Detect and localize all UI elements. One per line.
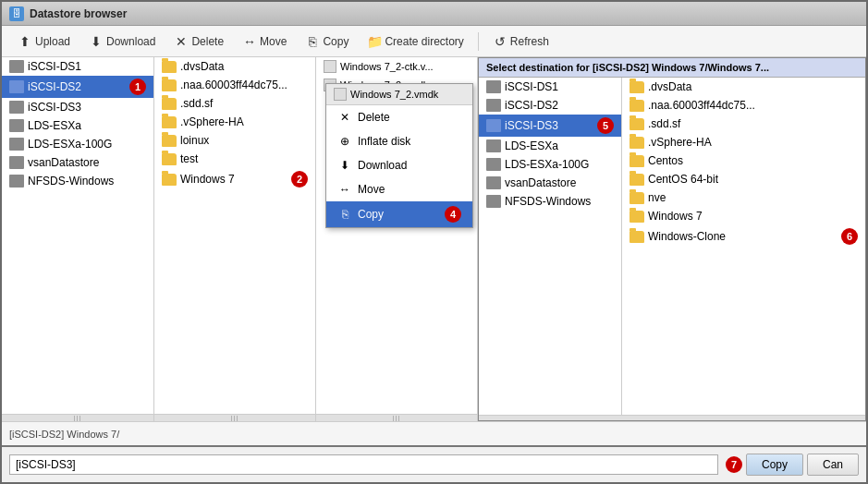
refresh-button[interactable]: ↺ Refresh [484,30,557,53]
status-bar: [iSCSI-DS2] Windows 7/ [2,421,866,445]
dest-ds-vsan[interactable]: vsanDatastore [479,174,621,192]
folder-test[interactable]: test [154,150,315,168]
dest-ds-iscsi1[interactable]: iSCSI-DS1 [479,78,621,96]
dest-folder-centos64[interactable]: CentOS 64-bit [622,170,865,188]
status-text: [iSCSI-DS2] Windows 7/ [9,429,119,440]
folder-icon [162,135,177,147]
datastore-icon [486,176,501,189]
ctx-download[interactable]: ⬇ Download [326,153,472,177]
upload-button[interactable]: ⬆ Upload [9,30,79,53]
dest-ds-lds-esxa[interactable]: LDS-ESXa [479,137,621,155]
dest-folder-sdd[interactable]: .sdd.sf [622,115,865,133]
context-menu-title: Windows 7_2.vmdk [350,89,438,100]
folder-icon [630,118,644,130]
dest-ds-lds-100g[interactable]: LDS-ESXa-100G [479,155,621,174]
folder-windows7[interactable]: Windows 7 2 [154,168,315,190]
download-icon: ⬇ [89,34,104,49]
inflate-icon: ⊕ [337,134,352,149]
folder-icon [162,61,177,73]
resize-handle-2[interactable]: ||| [154,414,315,421]
file-ctk1[interactable]: Windows 7_2-ctk.v... [316,57,478,76]
cancel-dialog-button[interactable]: Can [807,454,859,476]
dest-ds-iscsi3[interactable]: iSCSI-DS3 5 [479,115,621,137]
resize-handle-1[interactable]: ||| [2,414,153,421]
folder-icon [630,231,644,243]
ctx-copy[interactable]: ⎘ Copy 4 [326,201,472,227]
datastore-icon [9,119,24,132]
folder-icon [630,192,644,204]
dest-folder-vsphere[interactable]: .vSphere-HA [622,133,865,151]
move-icon: ↔ [337,182,352,197]
datastore-icon [486,139,501,152]
dest-ds-nfsds[interactable]: NFSDS-Windows [479,192,621,211]
copy-button[interactable]: ⎘ Copy [297,30,357,53]
ctx-move[interactable]: ↔ Move [326,177,472,201]
datastore-icon [9,175,24,188]
dest-ds-iscsi2[interactable]: iSCSI-DS2 [479,96,621,115]
ds-item-lds-esxa[interactable]: LDS-ESXa [2,116,153,135]
folder-naa[interactable]: .naa.60003ff44dc75... [154,76,315,94]
datastore-icon [486,195,501,208]
datastore-icon [486,80,501,93]
ds-item-vsan[interactable]: vsanDatastore [2,153,153,172]
folder-icon [162,79,177,91]
vmdk-icon [324,60,336,73]
ds-item-iscsi-ds2[interactable]: iSCSI-DS2 1 [2,76,153,98]
ds-item-iscsi-ds3[interactable]: iSCSI-DS3 [2,98,153,116]
dest-folder-dvsdata[interactable]: .dvsData [622,78,865,96]
copy-dialog-button[interactable]: Copy [746,454,803,476]
toolbar-separator [478,32,479,51]
ctx-delete[interactable]: ✕ Delete [326,105,472,129]
datastore-panel: iSCSI-DS1 iSCSI-DS2 1 iSCSI-DS3 [2,57,154,414]
context-menu: Windows 7_2.vmdk ✕ Delete ⊕ Inflate disk… [325,83,473,228]
folder-icon [162,98,177,110]
datastore-icon [486,119,501,132]
ds-item-iscsi-ds1[interactable]: iSCSI-DS1 [2,57,153,76]
toolbar: ⬆ Upload ⬇ Download ✕ Delete ↔ Move ⎘ Co… [2,26,866,57]
folder-dvsdata[interactable]: .dvsData [154,57,315,76]
folder-vsphere[interactable]: .vSphere-HA [154,113,315,131]
delete-icon: ✕ [337,110,352,125]
folder-icon [630,174,644,186]
dest-folder-naa[interactable]: .naa.60003ff44dc75... [622,96,865,115]
badge-6: 6 [841,228,858,245]
ds-item-lds-esxa-100g[interactable]: LDS-ESXa-100G [2,135,153,153]
dest-folder-centos[interactable]: Centos [622,151,865,170]
download-button[interactable]: ⬇ Download [80,30,164,53]
ctx-inflate[interactable]: ⊕ Inflate disk [326,129,472,153]
folder-icon [630,137,644,149]
dest-folder-winclone[interactable]: Windows-Clone 6 [622,225,865,248]
copy-icon: ⎘ [305,34,320,49]
window-title: Datastore browser [30,7,127,20]
badge-5: 5 [597,117,614,134]
folder-icon [162,116,177,128]
main-content: iSCSI-DS1 iSCSI-DS2 1 iSCSI-DS3 [2,57,866,482]
datastore-browser-window: 🗄 Datastore browser ⬆ Upload ⬇ Download … [0,0,868,484]
move-button[interactable]: ↔ Move [234,30,295,53]
folder-panel: .dvsData .naa.60003ff44dc75... .sdd.sf .… [154,57,316,414]
folder-icon [630,100,644,112]
ds-item-nfsds[interactable]: NFSDS-Windows [2,172,153,190]
destination-input[interactable] [9,454,718,475]
datastore-icon [486,158,501,171]
copy-icon: ⎘ [337,207,352,222]
vmdk-icon [334,88,347,101]
dest-folder-win7[interactable]: Windows 7 [622,207,865,225]
datastore-icon [486,99,501,112]
destination-overlay: Select destination for [iSCSI-DS2] Windo… [478,57,866,421]
badge-1: 1 [129,79,146,95]
folder-icon [630,211,644,223]
create-dir-button[interactable]: 📁 Create directory [359,30,471,53]
folder-icon [162,153,177,165]
folder-loinux[interactable]: loinux [154,131,315,150]
refresh-icon: ↺ [493,34,507,49]
badge-4: 4 [445,206,461,223]
title-bar: 🗄 Datastore browser [2,2,866,26]
dest-header: Select destination for [iSCSI-DS2] Windo… [479,58,865,78]
delete-button[interactable]: ✕ Delete [165,30,232,53]
folder-sdd[interactable]: .sdd.sf [154,94,315,113]
dest-folder-nve[interactable]: nve [622,188,865,207]
datastore-icon [9,138,24,151]
dialog-bar: 7 Copy Can [2,445,866,482]
resize-handle-3[interactable]: ||| [316,414,477,421]
